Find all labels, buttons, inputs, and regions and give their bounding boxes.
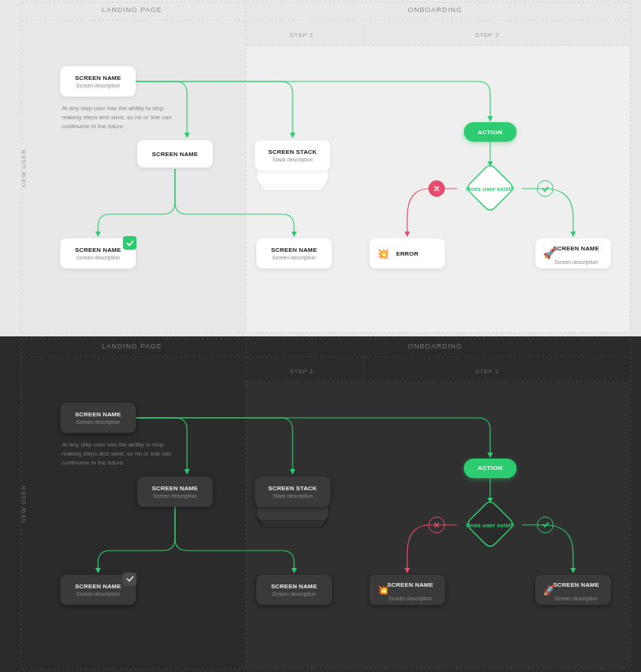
node-description: Screen description [554,596,598,601]
node-screen-yes[interactable]: 🚀 SCREEN NAME Screen description [535,238,611,268]
decision-no-icon [428,517,445,533]
decision-yes-icon [537,180,554,197]
flowchart-dark: LANDING PAGE ONBOARDING STEP 1 STEP 2 NE… [0,336,641,673]
check-icon [541,185,550,193]
column-header-step1: STEP 1 [290,368,314,375]
node-screen-mid[interactable]: SCREEN NAME [137,140,213,167]
node-description: Screen description [388,596,432,601]
node-description: Screen description [272,255,316,260]
node-title: SCREEN NAME [271,247,317,253]
column-header-landing: LANDING PAGE [102,342,162,350]
checkmark-badge [123,236,136,250]
node-title: ERROR [396,250,419,257]
node-screen-bottom-center[interactable]: SCREEN NAME Screen description [256,575,332,605]
node-description: Stack description [272,493,312,499]
node-title: SCREEN NAME [554,581,600,588]
node-title: SCREEN NAME [75,411,121,418]
rocket-icon: 🚀 [543,585,555,594]
node-description: Screen description [76,255,120,260]
node-title: SCREEN NAME [75,583,121,590]
node-description: Screen description [76,591,120,597]
row-header-new-user: NEW USER [20,485,27,523]
node-screen-start[interactable]: SCREEN NAME Screen description [60,66,136,97]
node-description: Stack description [272,157,312,162]
node-title: SCREEN NAME [75,75,121,81]
column-header-onboarding: ONBOARDING [408,342,462,350]
column-header-step1: STEP 1 [290,32,314,38]
checkmark-badge [123,572,136,586]
node-action[interactable]: ACTION [464,122,517,142]
check-icon [126,239,134,247]
collision-icon: 💥 [377,585,389,594]
decision-no-icon [428,180,445,197]
node-description: Screen description [76,419,120,425]
node-title: SCREEN STACK [268,485,317,492]
node-description: Screen description [272,591,316,597]
node-title: SCREEN STACK [268,149,317,155]
node-error[interactable]: 💥 SCREEN NAME Screen description [370,575,445,605]
node-title: SCREEN NAME [152,151,198,158]
node-screen-yes[interactable]: 🚀 SCREEN NAME Screen description [535,575,611,605]
node-screen-stack[interactable]: SCREEN STACK Stack description [255,140,330,170]
node-title: SCREEN NAME [271,583,317,590]
node-title: SCREEN NAME [388,581,434,588]
collision-icon: 💥 [377,249,389,259]
node-screen-mid[interactable]: SCREEN NAME Screen description [137,477,213,507]
flow-note: At any step user has the ability to stop… [62,104,175,131]
column-header-step2: STEP 2 [475,368,499,375]
node-title: SCREEN NAME [152,485,198,492]
row-header-new-user: NEW USER [20,149,27,187]
column-header-step2: STEP 2 [475,32,499,38]
node-description: Screen description [554,259,598,265]
node-screen-bottom-center[interactable]: SCREEN NAME Screen description [256,238,332,268]
node-screen-start[interactable]: SCREEN NAME Screen description [60,403,136,433]
node-title: SCREEN NAME [554,245,600,252]
check-icon [126,575,134,583]
flowchart-light: LANDING PAGE ONBOARDING STEP 1 STEP 2 NE… [0,0,641,336]
check-icon [541,520,550,529]
node-action[interactable]: ACTION [464,459,517,478]
node-screen-stack[interactable]: SCREEN STACK Stack description [255,477,330,507]
column-header-landing: LANDING PAGE [102,6,162,14]
x-icon [433,185,440,192]
flow-note: At any step user has the ability to stop… [62,440,175,468]
rocket-icon: 🚀 [543,249,555,259]
node-description: Screen description [153,493,197,499]
column-header-onboarding: ONBOARDING [408,6,462,14]
decision-yes-icon [537,517,554,533]
node-description: Screen description [76,83,120,88]
node-error[interactable]: 💥 ERROR [370,238,445,268]
node-title: SCREEN NAME [75,247,121,253]
action-label: ACTION [477,129,502,136]
x-icon [433,521,440,529]
action-label: ACTION [477,465,502,471]
